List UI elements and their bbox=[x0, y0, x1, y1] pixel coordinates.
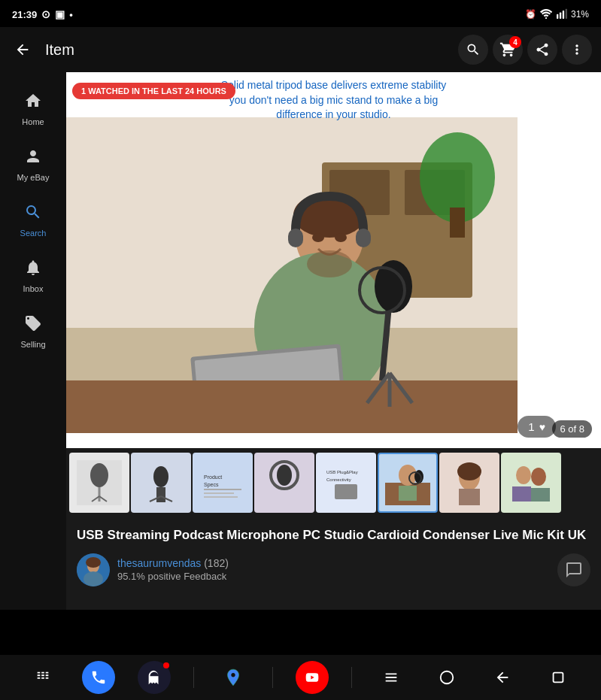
svg-rect-51 bbox=[335, 484, 357, 499]
thumbnail-5[interactable]: USB Plug&Play Connectivity bbox=[316, 453, 376, 513]
svg-rect-43 bbox=[204, 492, 234, 494]
seller-details: thesaurumvendas (182) 95.1% positive Fee… bbox=[117, 557, 229, 582]
menu-button[interactable] bbox=[375, 661, 408, 694]
apps-grid-button[interactable] bbox=[26, 661, 59, 694]
cart-badge: 4 bbox=[509, 36, 521, 48]
thumbnail-strip: Product Specs USB Plug&Play C bbox=[66, 448, 601, 517]
svg-point-28 bbox=[307, 250, 352, 277]
home-soft-button[interactable] bbox=[430, 661, 463, 694]
svg-rect-16 bbox=[356, 229, 371, 247]
heart-icon: ♥ bbox=[539, 421, 545, 433]
sidebar-item-myebay[interactable]: My eBay bbox=[0, 140, 66, 189]
nav-separator-1 bbox=[193, 667, 194, 688]
svg-rect-66 bbox=[531, 488, 550, 502]
svg-point-31 bbox=[90, 463, 108, 487]
svg-rect-72 bbox=[554, 673, 563, 683]
svg-point-54 bbox=[399, 465, 417, 486]
svg-rect-4 bbox=[566, 8, 567, 18]
wifi-icon bbox=[539, 8, 553, 21]
share-button[interactable] bbox=[527, 35, 557, 65]
back-soft-button[interactable] bbox=[486, 661, 519, 694]
back-button[interactable] bbox=[9, 36, 36, 63]
thumbnail-2[interactable] bbox=[131, 453, 191, 513]
sidebar-item-home[interactable]: Home bbox=[0, 84, 66, 134]
product-info: USB Streaming Podcast Microphone PC Stud… bbox=[66, 517, 601, 595]
seller-rating-count: (182) bbox=[204, 557, 229, 569]
product-title: USB Streaming Podcast Microphone PC Stud… bbox=[77, 526, 590, 544]
home-icon bbox=[24, 92, 42, 114]
sidebar-label-inbox: Inbox bbox=[23, 284, 44, 293]
svg-point-70 bbox=[83, 571, 103, 586]
svg-rect-42 bbox=[204, 489, 241, 490]
sidebar-label-myebay: My eBay bbox=[17, 173, 50, 182]
product-image bbox=[66, 72, 601, 448]
svg-point-69 bbox=[86, 557, 101, 568]
svg-point-63 bbox=[516, 466, 531, 484]
seller-name[interactable]: thesaurumvendas (182) bbox=[117, 557, 229, 569]
svg-rect-36 bbox=[156, 487, 165, 502]
svg-text:Connectivity: Connectivity bbox=[326, 477, 351, 482]
nav-left: Item bbox=[9, 36, 74, 63]
status-bar: 21:39 ⊙ ▣ • ⏰ 31% bbox=[0, 0, 601, 27]
svg-rect-15 bbox=[288, 229, 303, 247]
cart-button[interactable]: 4 bbox=[493, 35, 523, 65]
svg-text:Specs: Specs bbox=[204, 482, 219, 488]
nav-separator-3 bbox=[351, 667, 352, 688]
thumbnail-1[interactable] bbox=[69, 453, 129, 513]
seller-avatar bbox=[77, 553, 110, 586]
svg-point-0 bbox=[545, 17, 547, 18]
wishlist-button[interactable]: 1 ♥ bbox=[518, 416, 556, 438]
svg-rect-1 bbox=[557, 14, 558, 18]
nav-separator-2 bbox=[272, 667, 273, 688]
watched-badge: 1 WATCHED IN THE LAST 24 HOURS bbox=[72, 83, 235, 99]
top-nav: Item 4 bbox=[0, 27, 601, 72]
bottom-nav bbox=[0, 655, 601, 700]
maps-button[interactable] bbox=[217, 661, 250, 694]
svg-point-71 bbox=[441, 671, 454, 684]
gmail-icon: ⊙ bbox=[41, 8, 50, 20]
desc-line3: difference in your studio. bbox=[276, 108, 390, 120]
svg-rect-2 bbox=[560, 12, 561, 19]
more-button[interactable] bbox=[562, 35, 592, 65]
selling-icon bbox=[24, 314, 42, 337]
thumbnail-6[interactable] bbox=[378, 453, 438, 513]
svg-rect-55 bbox=[399, 486, 417, 501]
signal-icon bbox=[556, 8, 568, 21]
image-viewer: 1 WATCHED IN THE LAST 24 HOURS Solid met… bbox=[66, 72, 601, 448]
product-area: 1 WATCHED IN THE LAST 24 HOURS Solid met… bbox=[66, 72, 601, 610]
thumbnail-8[interactable] bbox=[501, 453, 561, 513]
svg-rect-60 bbox=[459, 489, 480, 505]
search-button[interactable] bbox=[458, 35, 488, 65]
youtube-button[interactable] bbox=[296, 661, 329, 694]
status-right: ⏰ 31% bbox=[525, 8, 589, 21]
time: 21:39 bbox=[12, 9, 37, 20]
battery: 31% bbox=[571, 9, 589, 20]
phone-button[interactable] bbox=[82, 661, 115, 694]
sidebar-item-selling[interactable]: Selling bbox=[0, 307, 66, 356]
sidebar-label-selling: Selling bbox=[20, 340, 45, 349]
thumbnail-7[interactable] bbox=[439, 453, 499, 513]
svg-rect-19 bbox=[66, 380, 518, 433]
chat-button[interactable] bbox=[557, 553, 590, 586]
dot-indicator: • bbox=[69, 9, 73, 20]
svg-point-27 bbox=[335, 233, 347, 242]
search-sidebar-icon bbox=[24, 203, 42, 226]
recents-soft-button[interactable] bbox=[542, 661, 575, 694]
svg-text:Product: Product bbox=[204, 474, 222, 480]
thumbnail-3[interactable]: Product Specs bbox=[193, 453, 253, 513]
sidebar-item-inbox[interactable]: Inbox bbox=[0, 251, 66, 301]
sidebar-label-search: Search bbox=[20, 229, 47, 238]
svg-point-61 bbox=[457, 462, 481, 480]
svg-rect-11 bbox=[450, 208, 465, 238]
wishlist-count: 1 bbox=[528, 420, 534, 433]
svg-rect-3 bbox=[563, 11, 564, 19]
desc-line1: Solid metal tripod base delivers extreme… bbox=[221, 79, 447, 91]
seller-info: thesaurumvendas (182) 95.1% positive Fee… bbox=[77, 553, 229, 586]
ghost-app-button[interactable] bbox=[138, 661, 171, 694]
myebay-icon bbox=[24, 147, 42, 170]
sidebar-item-search[interactable]: Search bbox=[0, 195, 66, 245]
page-title: Item bbox=[45, 41, 74, 59]
desc-line2: you don't need a big mic stand to make a… bbox=[229, 94, 438, 106]
sidebar: Home My eBay Search Inb bbox=[0, 72, 66, 610]
thumbnail-4[interactable] bbox=[254, 453, 314, 513]
